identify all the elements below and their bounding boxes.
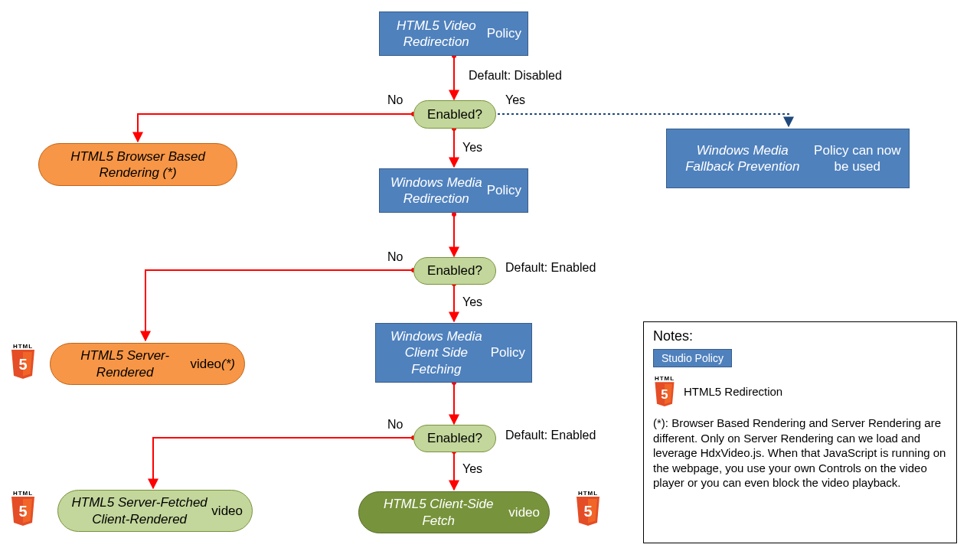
label-no-3: No (387, 418, 403, 432)
label-yes-3d: Yes (462, 462, 482, 476)
outcome-html5-server-rendered: HTML5 Server-Rendered video (*) (50, 343, 245, 385)
svg-text:5: 5 (18, 503, 27, 520)
label-no-2: No (387, 250, 403, 264)
policy-wm-client-side-fetching: Windows Media Client Side Fetching Polic… (375, 323, 532, 383)
label-default-enabled-3: Default: Enabled (505, 429, 596, 442)
notes-title: Notes: (653, 328, 947, 344)
label-default-enabled-2: Default: Enabled (505, 261, 596, 275)
label-default-disabled: Default: Disabled (469, 69, 562, 83)
decision-2-enabled: Enabled? (413, 257, 496, 285)
notes-box: Notes: Studio Policy HTML 5 HTML5 Redire… (643, 321, 957, 543)
notes-footnote: (*): Browser Based Rendering and Server … (653, 416, 947, 491)
policy-windows-media-redirection: Windows Media Redirection Policy (379, 168, 528, 213)
outcome-html5-server-fetched-client-rendered: HTML5 Server-Fetched Client-Rendered vid… (57, 490, 253, 532)
label-yes-1r: Yes (505, 93, 525, 107)
outcome-html5-client-side-fetch: HTML5 Client-Side Fetch video (358, 491, 550, 533)
legend-html5-redirection: HTML5 Redirection (684, 385, 782, 398)
label-yes-1d: Yes (462, 141, 482, 155)
svg-text:5: 5 (661, 387, 668, 402)
decision-1-enabled: Enabled? (413, 100, 496, 129)
svg-text:5: 5 (583, 503, 592, 520)
policy-html5-video-redirection: HTML5 Video Redirection Policy (379, 11, 528, 56)
policy-wm-fallback-prevention: Windows Media Fallback Prevention Policy… (666, 129, 910, 188)
svg-text:5: 5 (18, 356, 27, 373)
html5-icon: HTML 5 (653, 375, 676, 408)
label-yes-2d: Yes (462, 295, 482, 309)
label-no-1: No (387, 93, 403, 107)
legend-studio-policy: Studio Policy (653, 349, 732, 367)
outcome-html5-browser-rendering: HTML5 Browser Based Rendering (*) (38, 143, 237, 186)
html5-icon: HTML 5 (574, 490, 602, 527)
decision-3-enabled: Enabled? (413, 425, 496, 452)
html5-icon: HTML 5 (9, 490, 37, 527)
html5-icon: HTML 5 (9, 343, 37, 380)
